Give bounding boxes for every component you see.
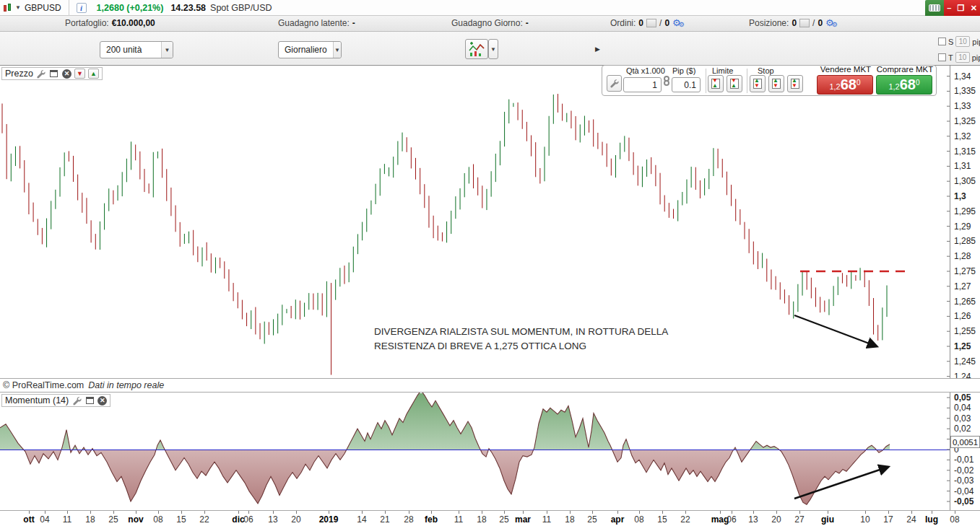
keyboard-button[interactable] <box>925 0 944 16</box>
buy-marker-icon[interactable]: ▲ <box>88 69 99 79</box>
svg-text:-0,01: -0,01 <box>954 455 974 465</box>
maximize-button[interactable]: ❒ <box>958 4 965 13</box>
time-axis[interactable]: ott04111825nov081522dic0613202019142128f… <box>0 510 980 526</box>
time-tick <box>732 511 732 514</box>
svg-text:1,265: 1,265 <box>954 297 976 307</box>
time-label: giu <box>821 514 834 525</box>
stop-order-edit-button[interactable]: ▼▲ <box>768 75 784 92</box>
order-settings-button[interactable] <box>607 75 622 92</box>
info-icon[interactable]: i <box>77 3 87 13</box>
time-label: 08 <box>153 514 162 525</box>
svg-text:1,27: 1,27 <box>954 281 971 292</box>
target-checkbox[interactable] <box>938 53 946 61</box>
link-icon[interactable] <box>664 76 670 89</box>
feed-label: Spot GBP/USD <box>210 3 272 13</box>
close-button[interactable]: ✕ <box>971 4 977 13</box>
time-tick <box>776 511 777 514</box>
svg-text:1,305: 1,305 <box>954 176 976 186</box>
time-tick <box>639 511 640 514</box>
chevron-down-icon[interactable]: ▼ <box>15 4 21 11</box>
svg-text:1,275: 1,275 <box>954 266 976 276</box>
detach-window-icon[interactable] <box>84 395 95 406</box>
stop-order-button[interactable]: ▼▲ <box>750 75 766 92</box>
orders-list-icon[interactable] <box>646 19 656 27</box>
chart-style-dropdown[interactable]: ▼ <box>488 39 498 59</box>
limit-order-edit-icon: ▼▲ <box>730 79 739 89</box>
time-tick <box>592 511 593 514</box>
limit-order-icon: ▼▲ <box>711 79 720 89</box>
pip-label: Pip ($) <box>672 66 695 75</box>
time-label: 20 <box>771 514 781 525</box>
time-label: 27 <box>794 514 804 525</box>
candlestick-icon <box>3 3 13 13</box>
keyboard-icon <box>929 4 940 12</box>
time-tick <box>828 511 828 514</box>
time-label: 2019 <box>319 514 339 525</box>
time-label: feb <box>425 514 438 525</box>
svg-text:1,31: 1,31 <box>954 161 971 171</box>
orders-gear-icon[interactable]: ⚙⚙ <box>672 19 681 27</box>
sell-marker-icon[interactable]: ▼ <box>74 69 85 79</box>
stop-pips-input[interactable]: 10 <box>955 36 970 47</box>
symbol-tab[interactable]: GBPUSD <box>23 0 69 16</box>
price-panel-title: Prezzo <box>5 69 33 79</box>
minimize-button[interactable]: – <box>947 4 951 12</box>
svg-text:1,25: 1,25 <box>954 341 971 351</box>
latent-gain: Guadagno latente:- <box>278 18 355 28</box>
detach-window-icon[interactable] <box>49 69 59 79</box>
portfolio: Portafoglio:€10.000,00 <box>65 18 155 28</box>
buy-market-button[interactable]: 1,2680 <box>876 75 932 95</box>
chevron-down-icon: ▼ <box>161 42 173 58</box>
chart-style-button[interactable] <box>465 39 488 59</box>
realtime-data-label: Dati in tempo reale <box>88 380 164 390</box>
svg-text:0,03: 0,03 <box>954 413 971 424</box>
units-select[interactable]: 200 unità▼ <box>100 41 173 58</box>
time-label: 08 <box>634 514 643 525</box>
time-tick <box>362 511 363 514</box>
wrench-icon[interactable] <box>71 395 82 406</box>
qty-input[interactable]: 1 <box>623 77 662 92</box>
svg-text:1,33: 1,33 <box>954 101 971 111</box>
collapse-panel-arrow[interactable]: ▶ <box>595 45 600 53</box>
svg-text:1,315: 1,315 <box>954 146 976 157</box>
timeframe-select[interactable]: Giornaliero▼ <box>278 41 342 58</box>
time-tick <box>459 511 459 514</box>
time-tick <box>617 511 618 514</box>
time-tick <box>662 511 663 514</box>
position-list-icon[interactable] <box>799 19 810 27</box>
limit-order-button[interactable]: ▼▲ <box>708 75 724 92</box>
chart-annotation: DIVERGENZA RIALZISTA SUL MOMENTUM, IN RO… <box>374 325 668 354</box>
sell-label: Vendere MKT <box>817 65 875 74</box>
target-pips-input[interactable]: 10 <box>955 52 970 63</box>
time-label: 17 <box>883 514 893 525</box>
time-tick <box>865 511 866 514</box>
time-label: 18 <box>565 514 574 525</box>
close-panel-icon[interactable]: ✕ <box>62 69 71 79</box>
stop-checkbox[interactable] <box>938 38 946 45</box>
quote-time: 14.23.58 <box>170 3 206 13</box>
stop-trailing-button[interactable]: ▼▲ <box>787 75 803 92</box>
pip-input[interactable]: 0.1 <box>672 77 701 92</box>
limit-order-edit-button[interactable]: ▼▲ <box>727 75 742 92</box>
target-pips-row: T 10 pip <box>938 52 980 63</box>
time-label: 25 <box>108 514 118 525</box>
close-panel-icon[interactable]: ✕ <box>97 396 107 406</box>
position-gear-icon[interactable]: ⚙⚙ <box>825 19 834 27</box>
time-label: 15 <box>657 514 667 525</box>
svg-text:-0,04: -0,04 <box>954 486 974 496</box>
sell-market-button[interactable]: 1,2680 <box>817 75 873 95</box>
limit-label: Limite <box>712 66 733 75</box>
position-status: Posizione:0 /0 ⚙⚙ <box>749 18 834 28</box>
time-tick <box>547 511 547 514</box>
svg-text:-0,02: -0,02 <box>954 465 974 475</box>
time-tick <box>45 511 45 514</box>
orders-status: Ordini:0 /0 ⚙⚙ <box>610 18 681 28</box>
time-label: 06 <box>243 514 253 525</box>
time-tick <box>799 511 800 514</box>
momentum-panel-header: Momentum (14) ✕ <box>1 394 110 407</box>
svg-text:0,05: 0,05 <box>954 393 971 403</box>
time-tick <box>911 511 912 514</box>
wrench-icon[interactable] <box>36 69 46 79</box>
time-label: 04 <box>40 514 49 525</box>
svg-text:1,29: 1,29 <box>954 222 971 232</box>
